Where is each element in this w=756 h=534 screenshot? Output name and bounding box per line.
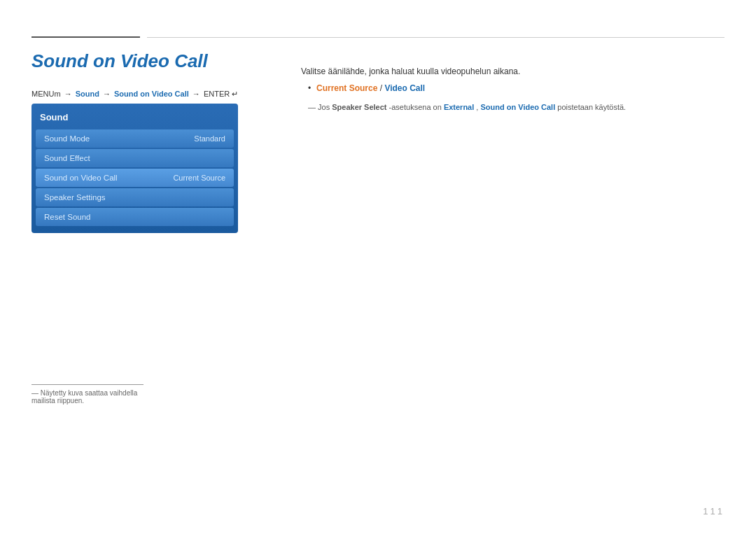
note-dash: ―: [308, 103, 318, 111]
menu-label: MENU: [31, 90, 54, 98]
top-line-dark: [31, 36, 140, 38]
option-video-call: Video Call: [384, 83, 425, 93]
page-number: 111: [703, 506, 724, 517]
note-sound-on-video-call: Sound on Video Call: [480, 103, 555, 111]
sound-on-video-call-value: Current Source: [173, 174, 225, 182]
note-text: ― Jos Speaker Select -asetuksena on Exte…: [301, 101, 724, 113]
option-list: Current Source / Video Call: [301, 83, 724, 93]
note-middle: -asetuksena on: [389, 103, 444, 111]
sound-menu-title: Sound: [31, 109, 238, 128]
menu-item-reset-sound[interactable]: Reset Sound: [36, 208, 234, 226]
breadcrumb: MENUm → Sound → Sound on Video Call → EN…: [31, 90, 238, 99]
menu-item-sound-effect[interactable]: Sound Effect: [36, 149, 234, 167]
speaker-settings-label: Speaker Settings: [44, 193, 106, 202]
reset-sound-label: Reset Sound: [44, 213, 91, 221]
note-prefix: Jos: [318, 103, 332, 111]
top-line-light: [147, 37, 724, 38]
option-current-source: Current Source: [316, 83, 377, 93]
breadcrumb-sound: Sound: [76, 90, 99, 98]
sound-on-video-call-label: Sound on Video Call: [44, 174, 118, 182]
menu-icon: m: [54, 90, 60, 98]
description-text: Valitse äänilähde, jonka haluat kuulla v…: [301, 66, 724, 76]
note-external: External: [444, 103, 474, 111]
sound-menu: Sound Sound Mode Standard Sound Effect S…: [31, 104, 238, 233]
menu-item-speaker-settings[interactable]: Speaker Settings: [36, 188, 234, 206]
option-item: Current Source / Video Call: [308, 83, 724, 93]
menu-item-sound-on-video-call[interactable]: Sound on Video Call Current Source: [36, 169, 234, 187]
footnote-text: ― Näytetty kuva saattaa vaihdella mailis…: [31, 389, 158, 405]
page-title: Sound on Video Call: [31, 50, 208, 72]
breadcrumb-current: Sound on Video Call: [114, 90, 189, 98]
sound-mode-label: Sound Mode: [44, 134, 90, 143]
breadcrumb-arrow-1: →: [64, 90, 74, 98]
breadcrumb-enter: ENTER ↵: [204, 90, 238, 98]
top-decorative-lines: [31, 36, 724, 38]
breadcrumb-arrow-3: →: [192, 90, 202, 98]
note-speaker-select: Speaker Select: [332, 103, 386, 111]
breadcrumb-arrow-2: →: [103, 90, 113, 98]
menu-item-sound-mode[interactable]: Sound Mode Standard: [36, 129, 234, 148]
sound-effect-label: Sound Effect: [44, 154, 90, 162]
footnote-area: ― Näytetty kuva saattaa vaihdella mailis…: [31, 384, 158, 405]
sound-mode-value: Standard: [194, 134, 225, 143]
right-content: Valitse äänilähde, jonka haluat kuulla v…: [301, 66, 724, 113]
note-suffix: poistetaan käytöstä.: [557, 103, 626, 111]
footnote-line: [31, 384, 144, 385]
